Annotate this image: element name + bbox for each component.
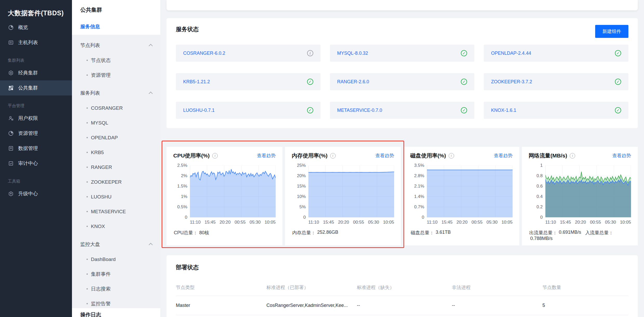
x-tick-label: 00:55	[590, 220, 601, 225]
column-header: 标准进程（已部署）	[266, 280, 357, 296]
网络流量(MB/s)-plot-svg	[545, 166, 631, 217]
view-trend-link[interactable]: 查看趋势	[257, 153, 276, 159]
primary-sidebar: 大数据套件(TBDS) 概览 主机列表 集群列表 经典集群 公共集群 平台管理 …	[0, 0, 72, 317]
x-tick-label: 15:45	[204, 220, 216, 225]
x-tick-label: 15:45	[560, 220, 571, 225]
y-tick-label: 1%	[181, 194, 187, 199]
y-tick-label: 0.5%	[177, 205, 187, 209]
menu-group-service-list[interactable]: 服务列表	[72, 86, 160, 101]
chart-title: 内存使用率(%)	[292, 152, 328, 159]
service-card: MYSQL-8.0.32	[330, 45, 475, 62]
menu-item-log-search[interactable]: 日志搜索	[72, 281, 160, 296]
service-card: KRB5-1.21.2	[176, 73, 321, 90]
bullet-dot	[87, 122, 88, 123]
sidebar-item-hosts[interactable]: 主机列表	[0, 35, 72, 50]
x-tick-label: 10:05	[501, 220, 513, 225]
view-trend-link[interactable]: 查看趋势	[612, 153, 631, 159]
cell-deployed-processes: CosRangerServer,KadminServer,Kee...	[266, 296, 357, 315]
y-tick-label: 1	[540, 163, 543, 168]
service-card: COSRANGER-6.0.2	[176, 45, 321, 62]
pie-chart-icon	[8, 24, 14, 31]
menu-item-luoshu[interactable]: LUOSHU	[72, 189, 160, 204]
view-trend-link[interactable]: 查看趋势	[375, 153, 394, 159]
menu-group-node-list[interactable]: 节点列表	[72, 38, 160, 53]
menu-item-label: 节点状态	[91, 57, 111, 64]
menu-item-label: 日志搜索	[91, 286, 111, 292]
new-component-button[interactable]: 新建组件	[595, 25, 628, 38]
sidebar-item-label: 公共集群	[18, 85, 38, 91]
chart-footer-label: 磁盘总量：	[411, 230, 434, 236]
sidebar-item-user-permissions[interactable]: 用户权限	[0, 111, 72, 126]
chart-footer-label: 内存总量：	[292, 230, 316, 236]
menu-item-resource-mgmt[interactable]: 资源管理	[72, 68, 160, 82]
info-icon[interactable]	[570, 153, 575, 158]
sidebar-section-clusters: 集群列表	[8, 58, 72, 63]
menu-item-service-info[interactable]: 服务信息	[72, 19, 160, 35]
table-row: Master CosRangerServer,KadminServer,Kee.…	[176, 296, 628, 315]
cluster-title: 公共集群	[72, 0, 160, 19]
sidebar-item-data-mgmt[interactable]: 数据管理	[0, 141, 72, 156]
view-trend-link[interactable]: 查看趋势	[494, 153, 513, 159]
info-icon[interactable]	[307, 50, 313, 56]
service-link[interactable]: ZOOKEEPER-3.7.2	[491, 79, 532, 85]
sidebar-item-upgrade-center[interactable]: 升级中心	[0, 186, 72, 201]
info-icon[interactable]	[449, 153, 454, 158]
menu-item-cosranger[interactable]: COSRANGER	[72, 101, 160, 115]
x-tick-label: 11:10	[427, 220, 437, 225]
menu-item-ranger[interactable]: RANGER	[72, 160, 160, 175]
menu-item-partial-bottom[interactable]: 操作日志	[72, 308, 160, 317]
cluster-sidebar: 公共集群 服务信息 节点列表 节点状态 资源管理 服务列表 COSRANGER …	[72, 0, 160, 317]
menu-item-dashboard[interactable]: DashBoard	[72, 252, 160, 267]
menu-item-label: COSRANGER	[91, 105, 123, 111]
service-link[interactable]: KRB5-1.21.2	[183, 79, 210, 85]
checkbox-icon	[8, 160, 14, 167]
x-tick-label: 11:10	[545, 220, 556, 225]
menu-item-knox[interactable]: KNOX	[72, 219, 160, 234]
sidebar-section-platform: 平台管理	[8, 103, 72, 109]
menu-group-label: 节点列表	[80, 42, 100, 49]
bullet-dot	[87, 303, 88, 304]
menu-item-node-status[interactable]: 节点状态	[72, 53, 160, 68]
info-icon[interactable]	[330, 153, 336, 158]
menu-item-mysql[interactable]: MYSQL	[72, 115, 160, 130]
service-link[interactable]: METASERVICE-0.7.0	[337, 108, 382, 113]
sidebar-item-public-cluster[interactable]: 公共集群	[0, 80, 72, 95]
chart-plot	[427, 166, 513, 217]
cell-missing-processes: --	[357, 296, 452, 315]
service-link[interactable]: LUOSHU-0.7.1	[183, 108, 215, 113]
sidebar-item-resource-mgmt[interactable]: 资源管理	[0, 126, 72, 141]
menu-group-monitor-dashboard[interactable]: 监控大盘	[72, 237, 160, 252]
chart-plot	[190, 166, 276, 217]
x-axis: 11:1015:4520:2000:5505:3010:05	[190, 220, 276, 225]
menu-item-cluster-events[interactable]: 集群事件	[72, 267, 160, 281]
y-tick-label: 10%	[297, 194, 306, 199]
menu-item-label: DashBoard	[91, 257, 116, 262]
service-link[interactable]: MYSQL-8.0.32	[337, 51, 368, 56]
chart-footer: CPU总量：80核	[173, 230, 276, 236]
column-header: 节点类型	[176, 280, 266, 296]
pie-chart-icon	[8, 130, 14, 136]
sidebar-item-label: 主机列表	[18, 39, 38, 46]
menu-item-openldap[interactable]: OPENLDAP	[72, 130, 160, 145]
sidebar-item-overview[interactable]: 概览	[0, 20, 72, 35]
service-link[interactable]: RANGER-2.6.0	[337, 79, 369, 85]
menu-item-zookeeper[interactable]: ZOOKEEPER	[72, 175, 160, 189]
chart-title: CPU使用率(%)	[173, 152, 210, 159]
document-icon	[8, 145, 14, 151]
bullet-dot	[87, 137, 88, 138]
service-link[interactable]: KNOX-1.6.1	[491, 108, 516, 113]
service-link[interactable]: COSRANGER-6.0.2	[183, 51, 225, 56]
menu-item-krb5[interactable]: KRB5	[72, 145, 160, 160]
service-card: RANGER-2.6.0	[330, 73, 475, 90]
service-link[interactable]: OPENLDAP-2.4.44	[491, 51, 531, 56]
sidebar-item-classic-cluster[interactable]: 经典集群	[0, 65, 72, 80]
y-tick-label: 2.1%	[414, 184, 424, 189]
sidebar-item-audit-center[interactable]: 审计中心	[0, 156, 72, 171]
info-icon[interactable]	[212, 153, 218, 158]
chart-footer-value: 0.691MB/s	[559, 230, 581, 236]
chart-footer: 出流量总量：0.691MB/s入流量总量：0.788MB/s	[529, 230, 631, 241]
user-icon	[8, 115, 14, 121]
menu-item-metaservice[interactable]: METASERVICE	[72, 204, 160, 219]
sidebar-item-label: 资源管理	[18, 130, 38, 137]
service-status-title: 服务状态	[176, 25, 628, 33]
